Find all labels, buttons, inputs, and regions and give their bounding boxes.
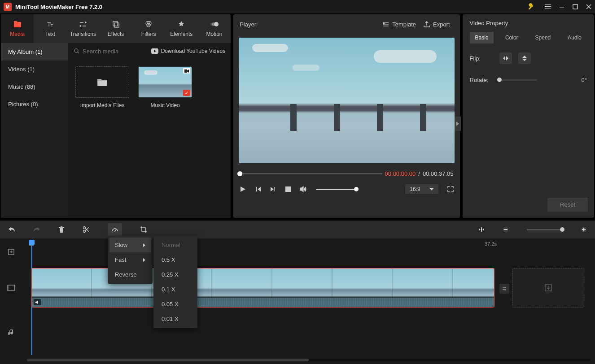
- rotate-slider[interactable]: [499, 79, 537, 81]
- chevron-right-icon: [143, 243, 145, 247]
- menu-icon[interactable]: [545, 4, 551, 9]
- reset-button[interactable]: Reset: [547, 198, 588, 212]
- undo-button[interactable]: [8, 226, 15, 233]
- next-frame-button[interactable]: [270, 186, 276, 192]
- fit-button[interactable]: [478, 226, 485, 233]
- media-panel: Media TT Text Transitions Effects: [1, 14, 231, 218]
- chevron-right-icon: [143, 258, 145, 262]
- drop-zone[interactable]: [512, 268, 584, 308]
- rotate-label: Rotate:: [470, 77, 493, 83]
- timeline-scrollbar[interactable]: [27, 359, 591, 361]
- download-youtube-label: Download YouTube Videos: [161, 48, 225, 54]
- total-time: 00:00:37.05: [423, 170, 454, 177]
- speed-menu-reverse[interactable]: Reverse: [109, 267, 151, 282]
- tab-label: Media: [10, 31, 25, 37]
- speed-menu-slow[interactable]: Slow: [109, 238, 151, 252]
- template-button[interactable]: Template: [379, 19, 420, 30]
- sidebar-item-music[interactable]: Music (88): [1, 78, 68, 95]
- speed-sub-05x[interactable]: 0.5 X: [155, 252, 196, 267]
- zoom-in-button[interactable]: [581, 226, 587, 233]
- close-icon[interactable]: [586, 4, 591, 9]
- search-input[interactable]: Search media: [74, 48, 148, 55]
- video-indicator-icon: [183, 68, 190, 74]
- motion-icon: [210, 20, 219, 28]
- download-icon: [544, 284, 552, 292]
- tab-elements[interactable]: Elements: [165, 14, 198, 43]
- export-button[interactable]: Export: [420, 19, 454, 30]
- speed-menu-fast[interactable]: Fast: [109, 252, 151, 267]
- svg-rect-27: [14, 285, 15, 290]
- zoom-out-button[interactable]: [503, 226, 509, 233]
- crop-button[interactable]: [140, 226, 147, 233]
- fullscreen-button[interactable]: [447, 186, 454, 192]
- transitions-icon: [79, 20, 88, 28]
- zoom-slider[interactable]: [527, 229, 563, 230]
- tab-text[interactable]: TT Text: [34, 14, 66, 43]
- tab-transitions[interactable]: Transitions: [66, 14, 99, 43]
- speed-sub-005x[interactable]: 0.05 X: [155, 297, 196, 312]
- upgrade-key-icon[interactable]: [528, 3, 535, 10]
- vp-tab-color[interactable]: Color: [500, 32, 524, 43]
- vp-tab-audio[interactable]: Audio: [562, 32, 587, 43]
- tab-filters[interactable]: Filters: [132, 14, 165, 43]
- tab-media[interactable]: Media: [1, 14, 34, 43]
- svg-point-18: [114, 231, 115, 232]
- export-icon: [423, 21, 430, 28]
- speed-button[interactable]: [108, 223, 122, 236]
- timeline-panel: 0s 37.2s: [0, 221, 595, 364]
- volume-slider[interactable]: [316, 189, 356, 190]
- tab-label: Filters: [141, 31, 156, 37]
- template-icon: [382, 21, 389, 28]
- preview-viewport[interactable]: [239, 38, 454, 163]
- tab-motion[interactable]: Motion: [198, 14, 231, 43]
- timeline-clip[interactable]: [31, 268, 494, 308]
- prev-frame-button[interactable]: [255, 186, 261, 192]
- svg-point-11: [210, 23, 213, 26]
- svg-rect-25: [8, 285, 15, 290]
- svg-rect-26: [8, 285, 9, 290]
- stop-button[interactable]: [285, 186, 291, 192]
- volume-button[interactable]: [300, 186, 307, 192]
- sidebar-item-myalbum[interactable]: My Album (1): [1, 43, 68, 61]
- speed-sub-01x[interactable]: 0.1 X: [155, 282, 196, 297]
- speed-sub-normal[interactable]: Normal: [155, 238, 196, 252]
- play-button[interactable]: [240, 186, 246, 192]
- tab-effects[interactable]: Effects: [99, 14, 132, 43]
- scrubber[interactable]: [240, 173, 382, 174]
- speed-sub-001x[interactable]: 0.01 X: [155, 312, 196, 326]
- svg-text:T: T: [51, 23, 53, 28]
- sidebar-item-videos[interactable]: Videos (1): [1, 61, 68, 78]
- download-youtube-button[interactable]: Download YouTube Videos: [151, 48, 225, 54]
- check-icon: ✓: [183, 90, 190, 96]
- tab-label: Effects: [108, 31, 124, 37]
- vp-tab-speed[interactable]: Speed: [530, 32, 556, 43]
- flip-horizontal-button[interactable]: [499, 52, 512, 64]
- expand-panel-button[interactable]: [455, 117, 461, 131]
- minimize-icon[interactable]: [559, 4, 564, 9]
- app-icon: M: [4, 3, 12, 11]
- add-track-button[interactable]: [0, 238, 22, 265]
- svg-rect-5: [114, 23, 119, 27]
- side-nav: My Album (1) Videos (1) Music (88) Pictu…: [1, 43, 68, 218]
- svg-rect-23: [583, 228, 584, 231]
- sidebar-item-pictures[interactable]: Pictures (0): [1, 95, 68, 113]
- vp-tab-basic[interactable]: Basic: [470, 32, 494, 43]
- youtube-icon: [151, 48, 158, 54]
- folder-open-icon: [96, 77, 108, 87]
- redo-button[interactable]: [33, 226, 40, 233]
- maximize-icon[interactable]: [573, 4, 578, 9]
- flip-label: Flip:: [470, 55, 493, 62]
- tab-label: Transitions: [70, 31, 96, 37]
- speed-sub-025x[interactable]: 0.25 X: [155, 267, 196, 282]
- flip-vertical-button[interactable]: [518, 52, 531, 64]
- split-button[interactable]: [83, 226, 90, 233]
- aspect-ratio-select[interactable]: 16:9: [405, 184, 438, 194]
- effects-icon: [111, 20, 120, 28]
- swap-icon: [499, 284, 509, 294]
- rotate-value: 0°: [582, 77, 587, 83]
- media-clip-item[interactable]: ✓ Music Video: [138, 66, 192, 108]
- svg-point-16: [83, 227, 86, 229]
- import-media-item[interactable]: Import Media Files: [75, 66, 129, 108]
- delete-button[interactable]: [58, 226, 65, 233]
- elements-icon: [177, 20, 186, 28]
